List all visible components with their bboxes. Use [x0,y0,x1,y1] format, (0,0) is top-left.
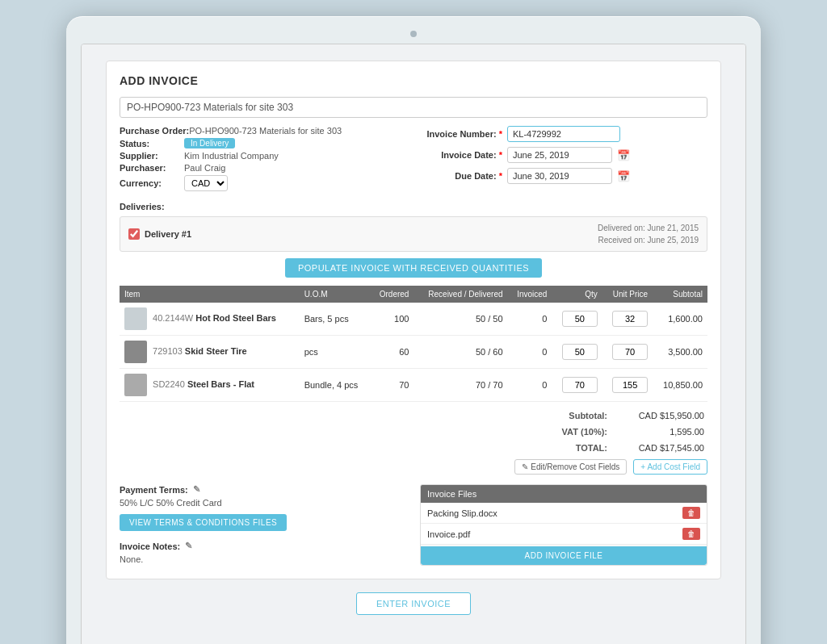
col-ordered: Ordered [370,286,414,303]
due-date-label: Due Date: * [422,171,502,181]
items-table: Item U.O.M Ordered Received / Delivered … [120,286,707,402]
file-delete-button[interactable]: 🗑 [682,528,700,540]
invoice-number-label: Invoice Number: * [422,129,502,139]
table-row: SD2240 Steel Bars - Flat Bundle, 4 pcs 7… [120,369,707,402]
payment-terms-section: Payment Terms: ✎ 50% L/C 50% Credit Card… [120,484,407,531]
currency-select[interactable]: CAD USD [184,175,228,191]
ordered-cell: 70 [370,369,414,402]
status-label: Status: [120,139,184,148]
delivery-checkbox[interactable] [128,228,140,240]
col-item: Item [120,286,300,303]
bottom-section: Payment Terms: ✎ 50% L/C 50% Credit Card… [120,484,707,566]
monitor-frame: ADD INVOICE Purchase Order: PO-HPO900-72… [66,16,761,644]
add-cost-button[interactable]: + Add Cost Field [633,459,707,475]
invoice-number-group: Invoice Number: * [422,126,707,142]
supplier-row: Supplier: Kim Industrial Company [120,151,405,161]
file-name: Packing Slip.docx [427,508,497,518]
received-cell: 70 / 70 [414,369,507,402]
purchase-order-value: PO-HPO900-723 Materials for site 303 [189,126,342,136]
unit-price-cell[interactable] [602,303,653,336]
invoice-date-input[interactable] [507,147,612,163]
total-value: CAD $17,545.00 [623,441,704,457]
populate-invoice-button[interactable]: POPULATE INVOICE WITH RECEIVED QUANTITIE… [285,258,542,278]
qty-input[interactable] [562,377,598,393]
info-left: Purchase Order: PO-HPO900-723 Materials … [120,126,405,194]
file-name: Invoice.pdf [427,529,470,539]
edit-cost-button[interactable]: ✎ Edit/Remove Cost Fields [514,459,627,475]
payment-terms-header: Payment Terms: ✎ [120,484,407,495]
ordered-cell: 100 [370,303,414,336]
subtotal-value: CAD $15,950.00 [623,408,704,424]
invoiced-cell: 0 [508,336,552,369]
uom-cell: pcs [300,336,371,369]
invoice-files-panel: Invoice Files Packing Slip.docx 🗑 Invoic… [420,484,707,566]
invoice-date-group: Invoice Date: * 📅 [422,147,707,163]
subtotal-cell: 1,600.00 [653,303,707,336]
po-search-input[interactable] [120,97,707,118]
col-received: Received / Delivered [414,286,507,303]
due-date-input[interactable] [507,168,612,184]
supplier-label: Supplier: [120,151,184,161]
invoice-files-header: Invoice Files [421,485,707,503]
invoice-number-input[interactable] [507,126,620,142]
qty-cell[interactable] [552,336,602,369]
edit-icon: ✎ [522,462,528,471]
due-date-calendar-icon[interactable]: 📅 [617,170,630,182]
file-delete-button[interactable]: 🗑 [682,507,700,519]
qty-cell[interactable] [552,369,602,402]
delivered-on-label: Delivered on: [598,224,645,232]
files-container: Packing Slip.docx 🗑 Invoice.pdf 🗑 [421,503,707,545]
unit-price-input[interactable] [612,377,648,393]
qty-input[interactable] [562,344,598,360]
qty-cell[interactable] [552,303,602,336]
item-code: 40.2144W [153,313,193,323]
invoice-notes-label: Invoice Notes: [120,542,180,551]
item-name: Steel Bars - Flat [187,379,254,389]
col-qty: Qty [552,286,602,303]
uom-cell: Bundle, 4 pcs [300,369,371,402]
table-row: 40.2144W Hot Rod Steel Bars Bars, 5 pcs … [120,303,707,336]
item-cell: 40.2144W Hot Rod Steel Bars [120,303,300,336]
info-grid: Purchase Order: PO-HPO900-723 Materials … [120,126,707,194]
delivery-dates: Delivered on: June 21, 2015 Received on:… [598,222,699,246]
invoice-notes-edit-icon[interactable]: ✎ [185,541,192,551]
invoice-notes-header: Invoice Notes: ✎ [120,541,407,551]
enter-invoice-button[interactable]: ENTER INVOICE [356,592,471,615]
delivery-bar: Delivery #1 Delivered on: June 21, 2015 … [120,216,707,252]
due-date-group: Due Date: * 📅 [422,168,707,184]
payment-terms-value: 50% L/C 50% Credit Card [120,498,407,508]
delivered-on-value: June 21, 2015 [648,224,699,232]
payment-terms-edit-icon[interactable]: ✎ [193,484,200,495]
totals-section: Subtotal: CAD $15,950.00 VAT (10%): 1,59… [120,408,707,456]
item-code: 729103 [153,346,183,356]
unit-price-cell[interactable] [602,336,653,369]
received-on-label: Received on: [598,236,644,245]
invoice-date-label: Invoice Date: * [422,150,502,160]
item-code: SD2240 [153,379,185,389]
add-invoice-file-button[interactable]: ADD INVOICE FILE [421,546,707,565]
invoice-date-calendar-icon[interactable]: 📅 [617,149,630,161]
received-on-value: June 25, 2019 [648,236,699,245]
qty-input[interactable] [562,311,598,327]
deliveries-section: Deliveries: Delivery #1 Delivered on: Ju… [120,202,707,252]
currency-row: Currency: CAD USD [120,175,405,191]
invoice-notes-value: None. [120,554,407,564]
delivery-name: Delivery #1 [145,229,191,239]
deliveries-label: Deliveries: [120,202,707,211]
purchase-order-row: Purchase Order: PO-HPO900-723 Materials … [120,126,405,136]
view-terms-button[interactable]: VIEW TERMS & CONDITIONS FILES [120,514,287,531]
panel-title: ADD INVOICE [120,74,707,87]
uom-cell: Bars, 5 pcs [300,303,371,336]
unit-price-input[interactable] [612,344,648,360]
total-label: TOTAL: [576,441,607,457]
currency-label: Currency: [120,178,184,188]
col-unit-price: Unit Price [602,286,653,303]
delivery-left: Delivery #1 [128,228,191,240]
purchaser-label: Purchaser: [120,163,184,173]
col-invoiced: Invoiced [508,286,552,303]
table-row: 729103 Skid Steer Tire pcs 60 50 / 60 0 … [120,336,707,369]
received-cell: 50 / 60 [414,336,507,369]
received-cell: 50 / 50 [414,303,507,336]
unit-price-cell[interactable] [602,369,653,402]
unit-price-input[interactable] [612,311,648,327]
